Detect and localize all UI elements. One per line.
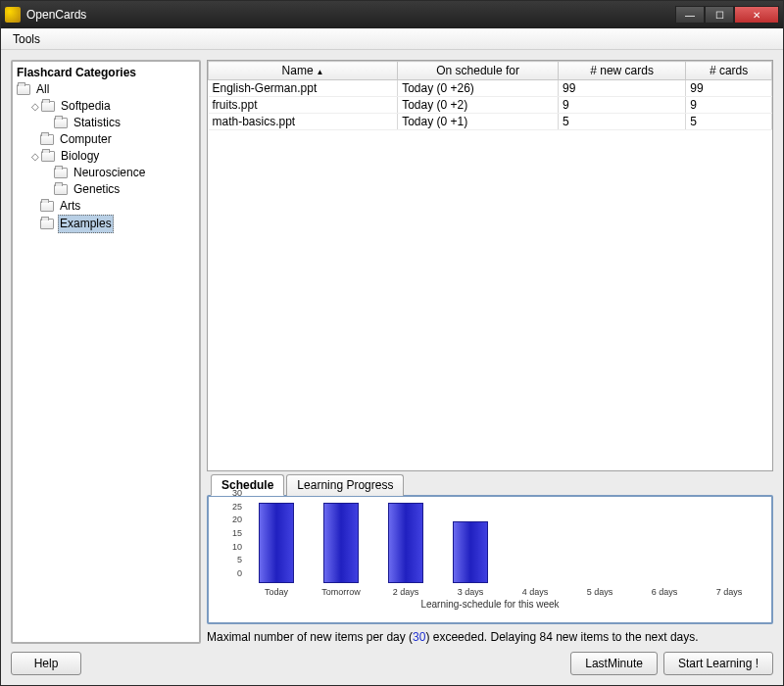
- tab-schedule[interactable]: Schedule: [211, 474, 284, 496]
- tree-node-neuroscience[interactable]: Neuroscience: [17, 165, 195, 181]
- cell-schedule: Today (0 +26): [398, 80, 559, 97]
- footer: Help LastMinute Start Learning !: [11, 644, 773, 675]
- x-tick: Today: [265, 587, 288, 597]
- tree-toggle-icon[interactable]: ◇: [30, 98, 40, 115]
- sidebar-title: Flashcard Categories: [17, 66, 195, 79]
- tree-label: Softpedia: [59, 98, 113, 115]
- tabstrip: Schedule Learning Progress: [211, 473, 773, 495]
- window-title: OpenCards: [26, 8, 675, 22]
- x-tick: 2 days: [393, 587, 419, 597]
- menu-tools[interactable]: Tools: [7, 30, 46, 48]
- start-learning-button[interactable]: Start Learning !: [663, 652, 773, 675]
- folder-icon: [40, 201, 54, 212]
- main-column: Name▲ On schedule for # new cards # card…: [207, 60, 773, 644]
- bar: [453, 521, 488, 583]
- col-new-cards[interactable]: # new cards: [558, 62, 685, 80]
- bar-column: [567, 503, 632, 583]
- status-limit: 30: [413, 630, 425, 644]
- maximize-button[interactable]: ☐: [705, 6, 734, 24]
- tree-label: Genetics: [72, 181, 122, 198]
- col-name[interactable]: Name▲: [209, 62, 398, 80]
- tree-label: Statistics: [72, 115, 122, 131]
- cell-schedule: Today (0 +1): [398, 114, 559, 130]
- chart-title: Learning-schedule for this week: [219, 599, 761, 610]
- tree-node-statistics[interactable]: Statistics: [17, 115, 195, 131]
- cell-cards: 9: [686, 97, 772, 114]
- table-row[interactable]: English-German.ppt Today (0 +26) 99 99: [209, 80, 772, 97]
- folder-icon: [41, 151, 55, 162]
- tabs-container: Schedule Learning Progress 051015202530T…: [207, 475, 773, 624]
- cell-new-cards: 99: [558, 80, 685, 97]
- x-tick: 6 days: [652, 587, 678, 597]
- schedule-panel: 051015202530TodayTomorrow2 days3 days4 d…: [207, 495, 773, 624]
- y-tick: 10: [232, 542, 242, 552]
- cell-name: English-German.ppt: [209, 80, 398, 97]
- col-schedule[interactable]: On schedule for: [398, 62, 559, 80]
- tree-label: Neuroscience: [72, 165, 147, 181]
- titlebar[interactable]: OpenCards — ☐ ✕: [1, 1, 783, 28]
- tab-learning-progress[interactable]: Learning Progress: [286, 474, 404, 496]
- bar-column: [503, 503, 567, 583]
- folder-icon: [54, 168, 68, 178]
- table-row[interactable]: math-basics.ppt Today (0 +1) 5 5: [209, 114, 772, 130]
- app-window: OpenCards — ☐ ✕ Tools Flashcard Categori…: [0, 0, 784, 686]
- cell-cards: 5: [686, 114, 772, 130]
- tree-node-computer[interactable]: Computer: [17, 131, 195, 148]
- folder-icon: [40, 219, 54, 229]
- close-button[interactable]: ✕: [734, 6, 779, 24]
- cell-name: math-basics.ppt: [209, 114, 398, 130]
- x-tick: 5 days: [587, 587, 613, 597]
- schedule-chart: 051015202530TodayTomorrow2 days3 days4 d…: [209, 497, 771, 622]
- tree-label: Computer: [58, 131, 114, 148]
- folder-icon: [17, 84, 30, 95]
- bar: [388, 503, 423, 583]
- tree-label: Biology: [59, 148, 101, 165]
- sort-asc-icon: ▲: [317, 68, 324, 76]
- bar: [323, 503, 359, 583]
- app-icon: [5, 7, 21, 23]
- status-message: Maximal number of new items per day (30)…: [207, 628, 773, 644]
- bar-column: [438, 503, 503, 583]
- cell-name: fruits.ppt: [209, 97, 398, 114]
- folder-icon: [40, 134, 54, 145]
- tree-label: Examples: [58, 215, 114, 233]
- tree-root[interactable]: All: [17, 81, 195, 98]
- cell-schedule: Today (0 +2): [398, 97, 559, 114]
- tree-toggle-icon[interactable]: ◇: [30, 148, 40, 165]
- y-tick: 20: [232, 514, 242, 524]
- menubar: Tools: [1, 28, 783, 50]
- bar-column: [244, 503, 309, 583]
- tree-node-examples[interactable]: Examples: [17, 215, 195, 233]
- x-tick: 3 days: [458, 587, 484, 597]
- category-tree[interactable]: All ◇ Softpedia Statistics: [17, 81, 195, 638]
- tree-node-biology[interactable]: ◇ Biology: [17, 148, 195, 165]
- tree-node-arts[interactable]: Arts: [17, 198, 195, 215]
- y-tick: 30: [232, 488, 242, 498]
- bar-column: [632, 503, 697, 583]
- tree-node-softpedia[interactable]: ◇ Softpedia: [17, 98, 195, 115]
- lastminute-button[interactable]: LastMinute: [570, 652, 658, 675]
- col-cards[interactable]: # cards: [686, 62, 772, 80]
- x-tick: 4 days: [522, 587, 549, 597]
- table: Name▲ On schedule for # new cards # card…: [208, 61, 772, 130]
- help-button[interactable]: Help: [11, 652, 81, 675]
- deck-table: Name▲ On schedule for # new cards # card…: [207, 60, 773, 471]
- y-tick: 5: [237, 555, 242, 564]
- bar-column: [697, 503, 761, 583]
- folder-icon: [54, 118, 68, 128]
- table-row[interactable]: fruits.ppt Today (0 +2) 9 9: [209, 97, 772, 114]
- tree-label: All: [34, 81, 51, 98]
- tree-label: Arts: [58, 198, 82, 215]
- window-controls: — ☐ ✕: [675, 6, 779, 24]
- folder-icon: [41, 101, 55, 112]
- minimize-button[interactable]: —: [675, 6, 705, 24]
- client-area: Flashcard Categories All ◇ Softpedia: [1, 50, 783, 685]
- y-tick: 15: [232, 528, 242, 538]
- sidebar: Flashcard Categories All ◇ Softpedia: [11, 60, 201, 644]
- x-tick: Tomorrow: [321, 587, 361, 597]
- cell-new-cards: 5: [558, 114, 685, 130]
- bar: [259, 503, 294, 583]
- tree-node-genetics[interactable]: Genetics: [17, 181, 195, 198]
- y-tick: 0: [237, 568, 242, 578]
- cell-new-cards: 9: [558, 97, 685, 114]
